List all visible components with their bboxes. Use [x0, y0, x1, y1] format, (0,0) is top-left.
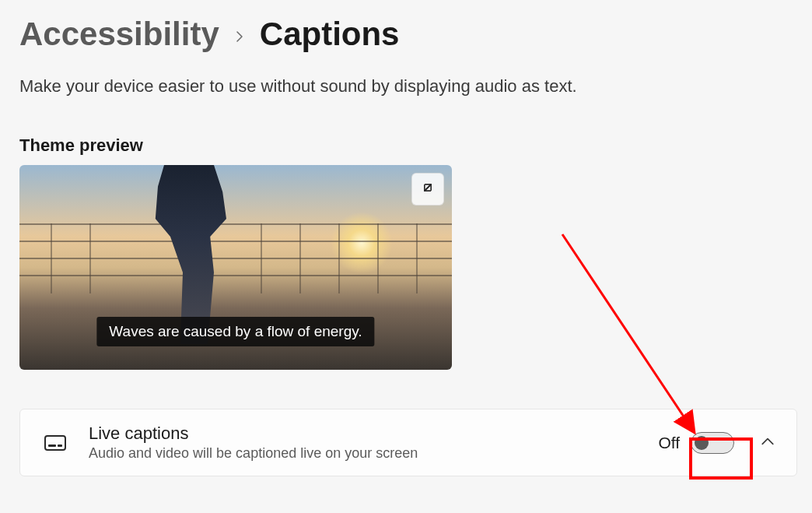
svg-line-3 [562, 234, 695, 433]
captions-icon [42, 430, 68, 456]
svg-rect-0 [45, 436, 65, 450]
live-captions-toggle[interactable] [691, 432, 734, 454]
live-captions-text: Live captions Audio and video will be ca… [89, 423, 638, 462]
svg-rect-1 [48, 444, 56, 447]
live-captions-setting-row: Live captions Audio and video will be ca… [19, 409, 797, 476]
breadcrumb: Accessibility Captions [19, 16, 793, 53]
chevron-right-icon [233, 27, 246, 47]
theme-preview-card: Waves are caused by a flow of energy. [19, 165, 452, 370]
caption-sample-text: Waves are caused by a flow of energy. [96, 317, 374, 346]
page-title: Captions [260, 16, 400, 53]
svg-rect-2 [58, 444, 62, 447]
chevron-up-icon [761, 437, 775, 451]
expand-preview-button[interactable] [411, 173, 444, 206]
breadcrumb-parent-link[interactable]: Accessibility [19, 16, 219, 53]
live-captions-subtitle: Audio and video will be captioned live o… [89, 445, 638, 462]
expand-icon [420, 180, 436, 199]
expand-collapse-button[interactable] [761, 434, 775, 452]
live-captions-title: Live captions [89, 423, 638, 444]
toggle-state-label: Off [658, 434, 680, 452]
live-captions-toggle-group: Off [658, 432, 734, 454]
theme-preview-heading: Theme preview [19, 135, 793, 156]
page-description: Make your device easier to use without s… [19, 76, 793, 97]
toggle-knob [695, 436, 709, 450]
